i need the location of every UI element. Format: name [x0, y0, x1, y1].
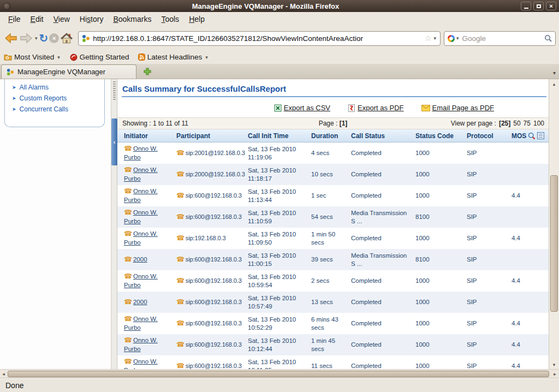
vertical-scroll-thumb[interactable] [550, 175, 558, 312]
menu-edit[interactable]: Edit [26, 13, 49, 25]
column-header-call-status[interactable]: Call Status [349, 132, 413, 140]
url-text[interactable]: http://192.168.0.1:8647/STATE_ID/1266035… [93, 34, 424, 43]
vertical-scrollbar[interactable]: ▴ ▾ [549, 79, 559, 369]
cell-status-code: 1000 [413, 296, 465, 308]
table-body: ☎Onno W. Purbo☎sip:2001@192.168.0.3Sat, … [117, 142, 549, 369]
sidebar-item-custom-reports[interactable]: ➤ Custom Reports [5, 93, 104, 104]
forward-button[interactable] [19, 32, 33, 44]
bookmark-star-icon[interactable]: ☆ [425, 34, 432, 43]
cell-mos [509, 301, 546, 304]
column-header-protocol[interactable]: Protocol [465, 132, 509, 140]
cell-duration: 1 min 50 secs [309, 229, 349, 248]
cell-participant: ☎sip:2000@192.168.0.3 [174, 169, 246, 181]
search-engine-icon[interactable] [447, 34, 455, 43]
pdf-icon [348, 104, 355, 112]
search-icon[interactable] [544, 34, 552, 43]
export-links-row: Export as CSV Export as PDF Email Page a… [117, 104, 494, 112]
menu-file[interactable]: File [3, 13, 26, 25]
home-button[interactable] [60, 33, 73, 44]
horizontal-scrollbar[interactable]: ◂ ▸ [0, 369, 559, 378]
sidebar-item-concurrent-calls[interactable]: ➤ Concurrent Calls [5, 104, 104, 115]
cell-protocol: SIP [465, 275, 509, 287]
sidebar-item-all-alarms[interactable]: ➤ All Alarms [5, 82, 104, 93]
cell-call-init-time: Sat, 13 Feb 2010 11:09:50 [246, 229, 309, 248]
page-indicator: Page : [1] [117, 120, 549, 127]
page-label: Page : [319, 120, 338, 127]
cell-protocol: SIP [465, 339, 509, 351]
cell-participant: ☎sip:600@192.168.0.3 [174, 211, 246, 223]
phone-icon: ☎ [176, 213, 185, 221]
table-search-icon[interactable] [528, 132, 536, 140]
initiator-link[interactable]: 2000 [133, 299, 147, 305]
phone-icon: ☎ [124, 187, 132, 195]
sidebar-splitter[interactable]: ‹ [111, 79, 117, 369]
stop-icon: × [49, 33, 59, 43]
url-bar[interactable]: http://192.168.0.1:8647/STATE_ID/1266035… [78, 31, 441, 46]
search-box[interactable]: ▾ Google [444, 31, 556, 46]
sidebar-collapse-handle[interactable]: ‹ [111, 118, 117, 165]
url-dropdown[interactable]: ▾ [433, 35, 436, 41]
scroll-right-button[interactable]: ▸ [551, 370, 558, 378]
cell-initiator: ☎2000 [122, 296, 174, 308]
search-input[interactable]: Google [462, 34, 544, 43]
column-header-status-code[interactable]: Status Code [413, 132, 465, 140]
menu-view[interactable]: View [49, 13, 75, 25]
splitter-grip[interactable] [113, 81, 116, 101]
cell-call-init-time: Sat, 13 Feb 2010 10:12:44 [246, 335, 309, 355]
history-dropdown[interactable]: ▾ [35, 35, 38, 41]
phone-icon: ☎ [124, 166, 132, 174]
mos-label[interactable]: MOS [512, 132, 526, 140]
column-chooser-icon[interactable] [537, 132, 544, 139]
maximize-icon [537, 4, 541, 8]
scroll-down-button[interactable]: ▾ [549, 360, 559, 369]
refresh-button[interactable]: ↻ [39, 33, 49, 44]
back-button[interactable] [4, 32, 18, 44]
initiator-link[interactable]: 2000 [133, 256, 147, 263]
bookmark-most-visited[interactable]: Most Visited ▾ [4, 53, 61, 61]
table-row: ☎Onno W. Purbo☎sip:600@192.168.0.3Sat, 1… [117, 206, 549, 228]
export-csv-link[interactable]: Export as CSV [274, 104, 330, 112]
phone-icon: ☎ [124, 256, 132, 263]
cell-call-status: Completed [349, 275, 413, 287]
bookmark-latest-headlines[interactable]: Latest Headlines ▾ [138, 53, 209, 61]
cell-duration: 4 secs [309, 147, 349, 159]
cell-call-init-time: Sat, 13 Feb 2010 10:57:49 [246, 293, 309, 312]
column-header-participant[interactable]: Participant [174, 132, 246, 140]
close-button[interactable]: × [546, 2, 556, 10]
table-row: ☎2000☎sip:600@192.168.0.3Sat, 13 Feb 201… [117, 292, 549, 313]
cell-status-code: 1000 [413, 190, 465, 201]
new-tab-button[interactable] [142, 66, 153, 77]
column-header-initiator[interactable]: Initiator [122, 132, 174, 140]
bookmark-getting-started[interactable]: Getting Started [70, 53, 129, 61]
menu-tools[interactable]: Tools [156, 13, 184, 25]
window-menu-button[interactable] [3, 3, 10, 10]
cell-duration: 11 secs [309, 360, 349, 369]
tab-bar: ManageEngine VQManager ▾ [0, 64, 559, 79]
menu-bookmarks[interactable]: Bookmarks [108, 13, 156, 25]
menu-history[interactable]: History [75, 13, 109, 25]
phone-icon: ☎ [124, 336, 132, 344]
minimize-button[interactable] [521, 2, 531, 10]
export-pdf-link[interactable]: Export as PDF [348, 104, 404, 112]
cell-duration: 2 secs [309, 275, 349, 287]
horizontal-scroll-thumb[interactable] [8, 371, 549, 377]
column-header-duration[interactable]: Duration [309, 132, 349, 140]
status-bar: Done [0, 378, 559, 392]
cell-call-status: Media Transmission S ... [349, 250, 413, 270]
cell-initiator: ☎Onno W. Purbo [122, 143, 174, 163]
cell-call-init-time: Sat, 13 Feb 2010 11:10:59 [246, 207, 309, 227]
email-pdf-link[interactable]: Email Page as PDF [421, 104, 494, 112]
stop-button[interactable]: × [49, 33, 59, 43]
cell-status-code: 1000 [413, 275, 465, 287]
maximize-button[interactable] [533, 2, 544, 10]
cell-call-status: Completed [349, 233, 413, 244]
scroll-left-button[interactable]: ◂ [0, 370, 7, 378]
cell-mos [509, 152, 546, 155]
search-engine-dropdown[interactable]: ▾ [456, 35, 459, 41]
current-page: [1] [340, 120, 348, 127]
scroll-up-button[interactable]: ▴ [549, 79, 559, 88]
column-header-call-init-time[interactable]: Call Init Time [246, 132, 309, 140]
tab-list-dropdown[interactable]: ▾ [553, 70, 556, 76]
menu-help[interactable]: Help [184, 13, 210, 25]
tab-managengine-vqmanager[interactable]: ManageEngine VQManager [1, 64, 136, 79]
